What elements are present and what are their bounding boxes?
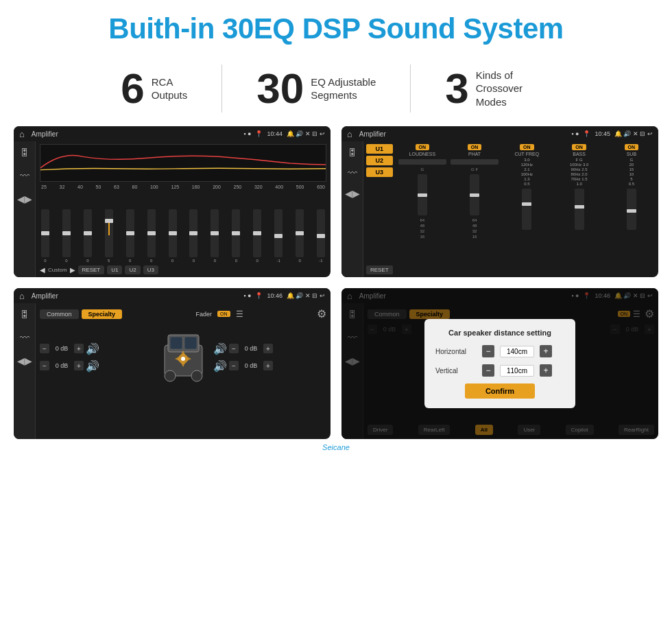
cutfreq-vslider[interactable] [522,189,531,230]
eq-sidebar-icon-2[interactable]: 〰 [20,170,29,181]
confirm-button[interactable]: Confirm [465,383,535,399]
eq-sidebar: 🎛 〰 ◀▶ [14,141,36,277]
rl-value: 0 dB [51,362,72,369]
eq-sidebar-icon-1[interactable]: 🎛 [20,147,29,158]
eq-slider-1[interactable]: 0 [41,209,49,263]
sub-on-button[interactable]: ON [625,144,639,150]
eq-reset-button[interactable]: RESET [78,265,105,274]
eq-slider-12[interactable]: -1 [274,209,283,263]
eq-u2-button[interactable]: U2 [125,265,140,274]
eq-dots-icon: ▪ ● [243,130,251,137]
common1-sidebar-icon-2[interactable]: 〰 [20,332,29,343]
loudness-on-button[interactable]: ON [416,144,430,150]
phat-slider[interactable] [451,159,499,165]
eq-time: 10:44 [267,130,283,137]
horizontal-plus-btn[interactable]: + [540,345,552,357]
eq-home-icon[interactable]: ⌂ [19,129,25,139]
tab-specialty[interactable]: Specialty [82,309,123,319]
eq-u1-button[interactable]: U1 [107,265,122,274]
rl-minus-btn[interactable]: − [40,361,49,370]
vertical-minus-btn[interactable]: − [482,364,494,377]
crossover-sidebar: 🎛 〰 ◀▶ [341,141,363,277]
common1-screen-content: 🎛 〰 ◀▶ Common Specialty Fader ON ☰ ⚙ [14,303,331,439]
eq-slider-8[interactable]: 0 [189,209,197,263]
screenshots-grid: ⌂ Amplifier ▪ ● 📍 10:44 🔔 🔊 ✕ ⊟ ↩ 🎛 〰 ◀▶ [0,126,672,439]
crossover-screen-content: 🎛 〰 ◀▶ U1 U2 U3 RESET ON [341,141,658,277]
crossover-home-icon[interactable]: ⌂ [347,129,352,139]
phat-vslider[interactable] [470,174,479,215]
horizontal-minus-btn[interactable]: − [482,345,494,357]
common1-title: Amplifier [32,292,239,300]
fr-plus-btn[interactable]: + [263,344,273,353]
crossover-sidebar-icon-1[interactable]: 🎛 [348,147,357,158]
rr-value: 0 dB [241,362,261,369]
eq-sliders-container: 0 0 0 5 0 [40,192,326,263]
crossover-reset-button[interactable]: RESET [366,265,393,274]
crossover-status-icons: 🔔 🔊 ✕ ⊟ ↩ [614,130,653,137]
eq-graph [40,144,326,182]
bass-vslider[interactable] [575,189,584,230]
eq-slider-3[interactable]: 0 [84,209,92,263]
crossover-sidebar-icon-2[interactable]: 〰 [348,167,357,178]
common1-sidebar-icon-1[interactable]: 🎛 [20,309,29,320]
rr-plus-btn[interactable]: + [263,361,273,370]
crossover-u1-button[interactable]: U1 [366,144,393,154]
eq-slider-11[interactable]: 0 [253,209,261,263]
eq-location-icon: 📍 [255,130,263,137]
fl-minus-btn[interactable]: − [40,344,49,353]
u-buttons: U1 U2 U3 RESET [366,144,393,274]
crossover-sidebar-icon-3[interactable]: ◀▶ [345,188,360,199]
rr-minus-btn[interactable]: − [229,361,239,370]
loudness-vslider[interactable] [418,174,427,215]
rl-plus-btn[interactable]: + [74,361,84,370]
svg-point-5 [191,370,202,381]
eq-slider-5[interactable]: 0 [126,209,134,263]
phat-label: PHAT [468,152,481,156]
bass-label: BASS [573,152,586,156]
settings-icon[interactable]: ⚙ [317,307,326,320]
vertical-plus-btn[interactable]: + [540,364,552,377]
eq-sidebar-icon-3[interactable]: ◀▶ [17,193,32,204]
eq-next-icon[interactable]: ▶ [70,266,75,274]
common1-sidebar: 🎛 〰 ◀▶ [14,303,36,439]
eq-slider-4[interactable]: 5 [105,209,113,263]
eq-slider-6[interactable]: 0 [147,209,156,263]
channel-bass: ON BASS F G 100Hz 3.0 90Hz 2.5 80Hz 2.0 … [555,144,603,274]
fl-plus-btn[interactable]: + [74,344,84,353]
page-title: Buith-in 30EQ DSP Sound System [0,12,672,45]
channel-cutfreq: ON CUT FREQ 3.0 120Hz 2.1 100Hz 1.3 0.5 [503,144,551,274]
eq-slider-10[interactable]: 0 [232,209,240,263]
dialog-vertical-label: Vertical [435,367,477,375]
eq-slider-2[interactable]: 0 [62,209,71,263]
eq-prev-icon[interactable]: ◀ [40,266,45,274]
eq-slider-7[interactable]: 0 [169,209,177,263]
crossover-u3-button[interactable]: U3 [366,167,393,177]
svg-rect-3 [184,337,197,349]
eq-slider-13[interactable]: 0 [296,209,304,263]
eq-u3-button[interactable]: U3 [143,265,158,274]
car-svg [158,324,209,390]
dialog-box: Car speaker distance setting Horizontal … [424,319,575,408]
speaker-ctrl-rr: 🔊 − 0 dB + [213,359,326,373]
common1-home-icon[interactable]: ⌂ [19,291,25,301]
eq-slider-14[interactable]: -1 [317,209,325,263]
common1-sidebar-icon-3[interactable]: ◀▶ [17,355,32,366]
stat-rca-label: RCAOutputs [152,75,188,102]
dialog-horizontal-label: Horizontal [435,348,477,355]
bass-on-button[interactable]: ON [572,144,586,150]
crossover-u2-button[interactable]: U2 [366,156,393,165]
dialog-overlay: Car speaker distance setting Horizontal … [341,288,658,439]
header: Buith-in 30EQ DSP Sound System [0,0,672,52]
eq-title: Amplifier [32,130,239,138]
cutfreq-on-button[interactable]: ON [520,144,534,150]
channel-sub: ON SUB G 20 15 10 5 0.5 [608,144,656,274]
fader-icon: ☰ [236,309,243,319]
eq-slider-9[interactable]: 0 [211,209,219,263]
eq-android-bar: ⌂ Amplifier ▪ ● 📍 10:44 🔔 🔊 ✕ ⊟ ↩ [14,126,331,141]
loudness-slider[interactable] [398,159,446,165]
eq-freq-labels: 253240506380100125160200250320400500630 [40,185,326,189]
phat-on-button[interactable]: ON [468,144,482,150]
tab-common[interactable]: Common [40,309,79,319]
sub-vslider[interactable] [627,189,636,230]
fr-minus-btn[interactable]: − [229,344,239,353]
